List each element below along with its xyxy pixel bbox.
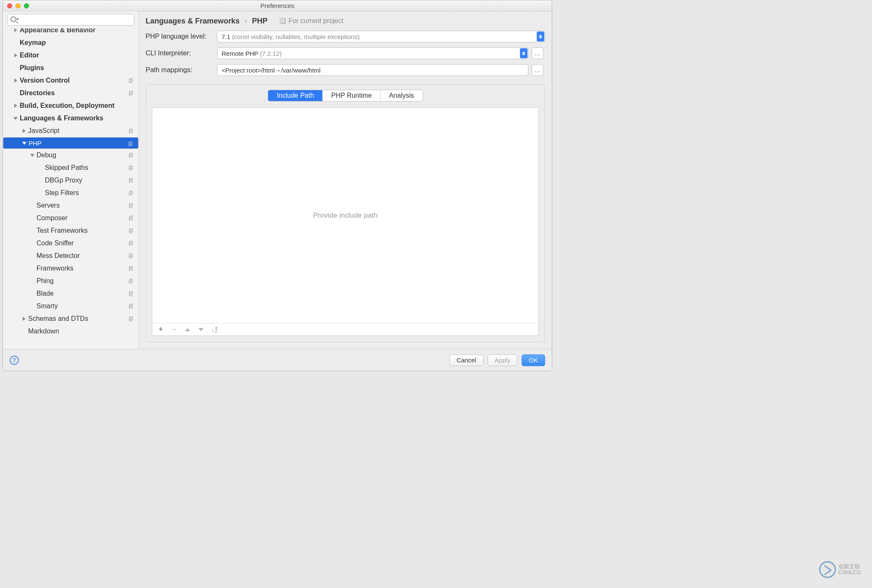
apply-button[interactable]: Apply [488, 354, 518, 366]
project-scope-icon [128, 141, 134, 147]
settings-form: PHP language level: 7.1 (const visibilit… [139, 31, 552, 81]
include-path-toolbar: az [152, 323, 538, 336]
tab-analysis[interactable]: Analysis [381, 90, 423, 101]
chevron-down-icon[interactable] [22, 140, 27, 146]
project-scope-icon [128, 253, 134, 259]
chevron-right-icon[interactable] [13, 103, 18, 108]
sidebar-item-label: Languages & Frameworks [20, 114, 103, 122]
include-path-empty: Provide include path [152, 108, 538, 323]
chevron-right-icon[interactable] [13, 53, 18, 58]
php-level-value: 7.1 [222, 33, 230, 40]
sidebar-item-label: Version Control [20, 77, 70, 84]
chevron-updown-icon[interactable] [520, 48, 527, 58]
sidebar-item-step-filters[interactable]: Step Filters [3, 187, 138, 199]
sidebar-item-label: Debug [37, 151, 56, 159]
ok-button[interactable]: OK [522, 354, 545, 366]
sidebar-item-keymap[interactable]: Keymap [3, 36, 138, 49]
sidebar-item-code-sniffer[interactable]: Code Sniffer [3, 237, 138, 250]
add-button[interactable] [157, 326, 164, 333]
sidebar-item-mess-detector[interactable]: Mess Detector [3, 250, 138, 262]
project-scope-icon [128, 203, 134, 208]
chevron-right-icon[interactable] [21, 316, 26, 321]
settings-tree[interactable]: Appearance & BehaviorKeymapEditorPlugins… [3, 28, 138, 349]
sidebar-item-test-frameworks[interactable]: Test Frameworks [3, 224, 138, 237]
sidebar-item-version-control[interactable]: Version Control [3, 74, 138, 87]
sidebar-item-phing[interactable]: Phing [3, 275, 138, 287]
breadcrumb: Languages & Frameworks › PHP For current… [139, 11, 552, 31]
project-scope-label: For current project [280, 17, 343, 25]
project-scope-icon [128, 128, 134, 134]
project-scope-icon [128, 190, 134, 196]
project-scope-icon [128, 303, 134, 309]
project-scope-icon [128, 177, 134, 183]
sidebar-item-dbgp-proxy[interactable]: DBGp Proxy [3, 174, 138, 187]
search-field[interactable] [7, 14, 134, 26]
tab-include-path[interactable]: Include Path [268, 90, 323, 101]
sidebar-item-debug[interactable]: Debug [3, 149, 138, 161]
sidebar-item-frameworks[interactable]: Frameworks [3, 262, 138, 275]
sidebar-item-skipped-paths[interactable]: Skipped Paths [3, 161, 138, 174]
sidebar-item-label: Schemas and DTDs [28, 315, 88, 323]
sort-button[interactable]: az [211, 326, 218, 333]
sidebar-item-appearance-behavior[interactable]: Appearance & Behavior [3, 28, 138, 36]
search-dropdown-icon[interactable] [16, 18, 19, 20]
chevron-updown-icon[interactable] [537, 31, 544, 42]
sidebar-item-label: Frameworks [37, 265, 73, 272]
cli-interpreter-value: Remote PHP [222, 50, 258, 57]
sidebar-item-directories[interactable]: Directories [3, 87, 138, 99]
sidebar-item-composer[interactable]: Composer [3, 212, 138, 224]
sidebar-item-editor[interactable]: Editor [3, 49, 138, 62]
sidebar-item-label: JavaScript [28, 127, 60, 135]
sidebar-item-blade[interactable]: Blade [3, 287, 138, 300]
chevron-right-icon[interactable] [13, 78, 18, 83]
sidebar-item-label: Editor [20, 52, 39, 59]
cli-interpreter-browse-button[interactable]: ... [532, 47, 543, 59]
sidebar-item-label: DBGp Proxy [45, 177, 82, 184]
sidebar-item-php[interactable]: PHP [3, 137, 138, 149]
project-scope-icon [128, 265, 134, 271]
breadcrumb-separator: › [245, 17, 247, 25]
sidebar-item-javascript[interactable]: JavaScript [3, 125, 138, 137]
php-level-select[interactable]: 7.1 (const visibility, nullables, multip… [217, 31, 545, 42]
sidebar-item-label: Markdown [28, 328, 59, 335]
sidebar-item-servers[interactable]: Servers [3, 199, 138, 212]
titlebar: Preferences [3, 0, 552, 11]
sidebar-item-schemas-and-dtds[interactable]: Schemas and DTDs [3, 312, 138, 325]
breadcrumb-root[interactable]: Languages & Frameworks [146, 17, 240, 26]
chevron-down-icon[interactable] [30, 153, 35, 158]
path-mappings-browse-button[interactable]: ... [532, 64, 543, 76]
sidebar-item-markdown[interactable]: Markdown [3, 325, 138, 338]
dialog-footer: ? Cancel Apply OK [3, 349, 552, 371]
sidebar-item-label: Keymap [20, 39, 46, 47]
php-level-label: PHP language level: [146, 33, 217, 40]
sidebar-item-build-execution-deployment[interactable]: Build, Execution, Deployment [3, 99, 138, 112]
sidebar-item-plugins[interactable]: Plugins [3, 62, 138, 74]
sidebar-item-label: Skipped Paths [45, 164, 88, 172]
chevron-right-icon[interactable] [13, 28, 18, 33]
path-mappings-value: <Project root>/html→/var/www/html [222, 67, 321, 74]
project-icon [280, 18, 286, 24]
cli-interpreter-label: CLI Interpreter: [146, 49, 217, 57]
project-scope-icon [128, 152, 134, 158]
sidebar-item-languages-frameworks[interactable]: Languages & Frameworks [3, 112, 138, 125]
cli-interpreter-select[interactable]: Remote PHP (7.2.12) [217, 47, 528, 59]
project-scope-icon [128, 78, 134, 83]
project-scope-icon [128, 240, 134, 246]
sidebar-item-label: Appearance & Behavior [20, 28, 96, 34]
watermark-text: 创新互联 CXHLCG [838, 564, 861, 576]
sidebar-item-label: Blade [37, 290, 54, 297]
help-button[interactable]: ? [10, 356, 19, 365]
remove-button[interactable] [171, 326, 178, 333]
chevron-right-icon[interactable] [21, 128, 26, 133]
tab-php-runtime[interactable]: PHP Runtime [323, 90, 381, 101]
cancel-button[interactable]: Cancel [449, 354, 483, 366]
include-path-placeholder: Provide include path [313, 211, 378, 220]
search-input[interactable] [7, 14, 134, 26]
sidebar-item-smarty[interactable]: Smarty [3, 300, 138, 312]
breadcrumb-leaf: PHP [252, 17, 267, 26]
path-mappings-field[interactable]: <Project root>/html→/var/www/html [217, 64, 528, 76]
move-down-button[interactable] [198, 326, 204, 333]
sidebar-item-label: Code Sniffer [37, 239, 74, 247]
chevron-down-icon[interactable] [13, 116, 18, 121]
move-up-button[interactable] [184, 326, 191, 333]
